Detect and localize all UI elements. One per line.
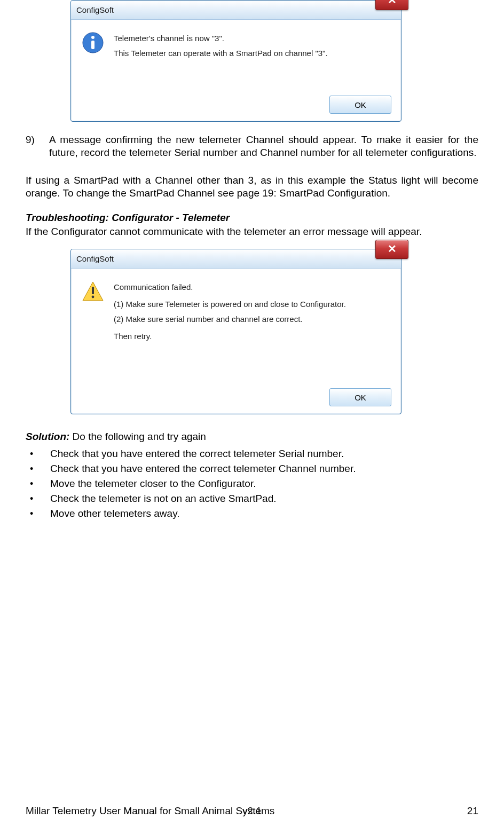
footer-page: 21 [467, 805, 478, 817]
close-icon: ✕ [376, 0, 408, 10]
solution-lead: Solution: [26, 431, 69, 442]
dialog-message: Communication failed. (1) Make sure Tele… [114, 281, 390, 345]
close-button[interactable]: ✕ [375, 240, 408, 259]
dialog-line-1: Telemeter's channel is now "3". [114, 33, 390, 44]
dialog-title: ConfigSoft [76, 254, 114, 263]
solution-rest: Do the following and try again [69, 431, 206, 442]
close-button[interactable]: ✕ [375, 0, 408, 10]
step-9: 9) A message confirming the new telemete… [26, 133, 478, 159]
svg-point-1 [91, 36, 94, 39]
dialog-error: ConfigSoft ✕ Communication failed. (1) M… [70, 249, 401, 414]
list-item: Move other telemeters away. [26, 506, 478, 521]
error-line-2: (1) Make sure Telemeter is powered on an… [114, 298, 390, 310]
footer-title: Millar Telemetry User Manual for Small A… [26, 805, 274, 817]
svg-rect-2 [91, 41, 94, 49]
warning-icon [82, 280, 104, 303]
ok-button[interactable]: OK [329, 96, 391, 114]
svg-rect-4 [92, 287, 94, 294]
step-text: A message confirming the new telemeter C… [49, 133, 478, 159]
ok-button[interactable]: OK [329, 388, 391, 406]
solution-bullets: Check that you have entered the correct … [26, 446, 478, 521]
error-line-1: Communication failed. [114, 281, 390, 293]
list-item: Move the telemeter closer to the Configu… [26, 476, 478, 491]
dialog-titlebar: ConfigSoft ✕ [71, 1, 401, 20]
info-icon [82, 32, 104, 54]
dialog-info: ConfigSoft ✕ Telemeter's channel is now … [70, 0, 401, 122]
dialog-message: Telemeter's channel is now "3". This Tel… [114, 33, 390, 62]
paragraph-smartpad-note: If using a SmartPad with a Channel other… [26, 174, 478, 200]
close-icon: ✕ [376, 240, 408, 258]
troubleshooting-heading: Troubleshooting: Configurator - Telemete… [26, 211, 478, 224]
solution-line: Solution: Do the following and try again [26, 430, 478, 443]
list-item: Check that you have entered the correct … [26, 446, 478, 461]
page-footer: Millar Telemetry User Manual for Small A… [26, 805, 478, 817]
dialog-titlebar: ConfigSoft ✕ [71, 249, 401, 269]
error-line-3: (2) Make sure serial number and channel … [114, 313, 390, 325]
dialog-title: ConfigSoft [76, 5, 114, 14]
step-number: 9) [26, 133, 49, 159]
list-item: Check the telemeter is not on an active … [26, 491, 478, 506]
list-item: Check that you have entered the correct … [26, 461, 478, 476]
troubleshooting-intro: If the Configurator cannot communicate w… [26, 225, 478, 238]
error-line-4: Then retry. [114, 331, 390, 342]
svg-point-5 [92, 296, 94, 298]
dialog-line-2: This Telemeter can operate with a SmartP… [114, 48, 390, 59]
